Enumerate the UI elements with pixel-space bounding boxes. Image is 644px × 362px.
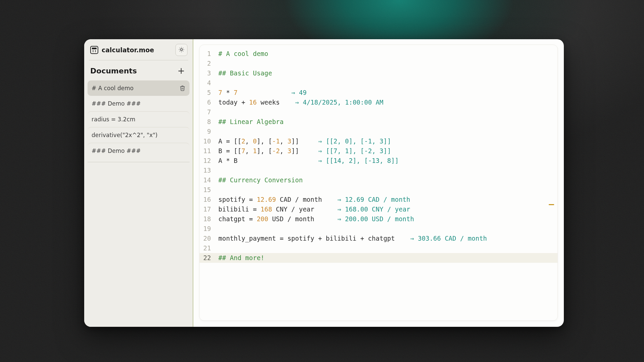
line-number: 17 (200, 204, 218, 214)
calculator-icon (90, 46, 98, 54)
code-line[interactable]: 1# A cool demo (200, 49, 557, 59)
line-content: chatgpt = 200 USD / month ⇒ 200.00 USD /… (218, 214, 414, 224)
documents-title: Documents (90, 67, 137, 75)
trash-icon[interactable] (179, 85, 185, 91)
editor-pane: 1# A cool demo23## Basic Usage457 * 7 ⇒ … (193, 39, 564, 327)
line-number: 3 (200, 68, 218, 78)
line-number: 2 (200, 59, 218, 68)
theme-toggle-button[interactable] (175, 44, 187, 56)
svg-line-8 (183, 48, 183, 48)
line-number: 16 (200, 195, 218, 204)
svg-point-0 (180, 49, 182, 51)
code-line[interactable]: 10A = [[2, 0], [-1, 3]] ⇒ [[2, 0], [-1, … (200, 136, 557, 146)
code-line[interactable]: 3## Basic Usage (200, 68, 557, 78)
code-line[interactable]: 16spotify = 12.69 CAD / month ⇒ 12.69 CA… (200, 195, 557, 204)
line-result: 303.66 CAD / month (418, 235, 487, 242)
result-arrow-icon: ⇒ (295, 99, 303, 106)
line-content: 7 * 7 ⇒ 49 (218, 88, 307, 98)
sidebar-item-document[interactable]: radius = 3.2cm (88, 111, 190, 127)
code-line[interactable]: 13 (200, 166, 557, 175)
line-result: [[14, 2], [-13, 8]] (326, 157, 398, 164)
app-window: calculator.moe Documents + # A cool demo… (84, 39, 564, 327)
code-line[interactable]: 2 (200, 59, 557, 68)
result-arrow-icon: ⇒ (318, 137, 326, 145)
code-line[interactable]: 22## And more! (200, 253, 557, 263)
result-arrow-icon: ⇒ (291, 89, 299, 96)
result-arrow-icon: ⇒ (337, 215, 345, 223)
line-result: [[2, 0], [-1, 3]] (326, 137, 391, 145)
document-list: # A cool demo### Demo ###radius = 3.2cmd… (84, 79, 193, 160)
line-content: ## Currency Conversion (218, 175, 303, 185)
sidebar-item-document[interactable]: derivative("2x^2", "x") (88, 127, 190, 143)
line-content: ## Basic Usage (218, 68, 272, 78)
code-line[interactable]: 8## Linear Algebra (200, 117, 557, 127)
line-number: 22 (200, 253, 218, 263)
line-content: monthly_payment = spotify + bilibili + c… (218, 234, 487, 243)
document-item-label: ### Demo ### (92, 100, 141, 107)
document-item-label: radius = 3.2cm (92, 116, 136, 123)
svg-line-4 (183, 51, 183, 51)
line-number: 21 (200, 243, 218, 253)
line-result: 168.00 CNY / year (345, 205, 410, 213)
svg-line-3 (180, 48, 180, 48)
line-content: ## Linear Algebra (218, 117, 283, 127)
line-content: ## And more! (218, 253, 264, 263)
line-content: bilibili = 168 CNY / year ⇒ 168.00 CNY /… (218, 204, 410, 214)
line-number: 12 (200, 156, 218, 166)
line-number: 8 (200, 117, 218, 127)
svg-line-7 (180, 51, 180, 51)
code-line[interactable]: 21 (200, 243, 557, 253)
sidebar-item-document[interactable]: # A cool demo (88, 80, 190, 96)
document-item-label: ### Demo ### (92, 147, 141, 154)
line-number: 1 (200, 49, 218, 59)
code-line[interactable]: 6today + 16 weeks ⇒ 4/18/2025, 1:00:00 A… (200, 98, 557, 107)
code-line[interactable]: 18chatgpt = 200 USD / month ⇒ 200.00 USD… (200, 214, 557, 224)
result-arrow-icon: ⇒ (410, 235, 418, 242)
code-line[interactable]: 14## Currency Conversion (200, 175, 557, 185)
line-number: 14 (200, 175, 218, 185)
line-result: 12.69 CAD / month (345, 196, 410, 203)
code-line[interactable]: 12A * B ⇒ [[14, 2], [-13, 8]] (200, 156, 557, 166)
code-line[interactable]: 11B = [[7, 1], [-2, 3]] ⇒ [[7, 1], [-2, … (200, 146, 557, 156)
line-number: 11 (200, 146, 218, 156)
line-number: 18 (200, 214, 218, 224)
line-number: 10 (200, 136, 218, 146)
code-line[interactable]: 7 (200, 107, 557, 117)
code-line[interactable]: 57 * 7 ⇒ 49 (200, 88, 557, 98)
line-content: # A cool demo (218, 49, 268, 59)
app-title: calculator.moe (102, 46, 154, 54)
result-arrow-icon: ⇒ (337, 196, 345, 203)
sidebar-item-document[interactable]: ### Demo ### (88, 143, 190, 159)
fold-indicator-icon[interactable] (549, 204, 554, 205)
sun-icon (178, 47, 184, 54)
line-number: 4 (200, 78, 218, 88)
result-arrow-icon: ⇒ (318, 147, 326, 155)
line-number: 6 (200, 98, 218, 107)
line-number: 7 (200, 107, 218, 117)
code-line[interactable]: 20monthly_payment = spotify + bilibili +… (200, 234, 557, 243)
line-result: 4/18/2025, 1:00:00 AM (303, 99, 383, 106)
line-content: A * B ⇒ [[14, 2], [-13, 8]] (218, 156, 399, 166)
code-line[interactable]: 17bilibili = 168 CNY / year ⇒ 168.00 CNY… (200, 204, 557, 214)
line-result: 49 (299, 89, 307, 96)
code-editor[interactable]: 1# A cool demo23## Basic Usage457 * 7 ⇒ … (199, 45, 558, 321)
result-arrow-icon: ⇒ (318, 157, 326, 164)
code-line[interactable]: 4 (200, 78, 557, 88)
code-line[interactable]: 19 (200, 224, 557, 234)
document-item-label: derivative("2x^2", "x") (92, 132, 158, 138)
line-content: today + 16 weeks ⇒ 4/18/2025, 1:00:00 AM (218, 98, 383, 107)
line-content: A = [[2, 0], [-1, 3]] ⇒ [[2, 0], [-1, 3]… (218, 136, 391, 146)
line-number: 13 (200, 166, 218, 175)
app-brand[interactable]: calculator.moe (90, 46, 154, 54)
sidebar-item-document[interactable]: ### Demo ### (88, 96, 190, 111)
code-block[interactable]: 1# A cool demo23## Basic Usage457 * 7 ⇒ … (200, 45, 557, 267)
code-line[interactable]: 9 (200, 127, 557, 136)
line-content: spotify = 12.69 CAD / month ⇒ 12.69 CAD … (218, 195, 410, 204)
line-number: 20 (200, 234, 218, 243)
code-line[interactable]: 15 (200, 185, 557, 195)
sidebar: calculator.moe Documents + # A cool demo… (84, 39, 193, 327)
add-document-button[interactable]: + (175, 66, 187, 76)
divider (88, 162, 190, 162)
documents-header: Documents + (84, 60, 193, 79)
sidebar-header: calculator.moe (84, 39, 193, 60)
